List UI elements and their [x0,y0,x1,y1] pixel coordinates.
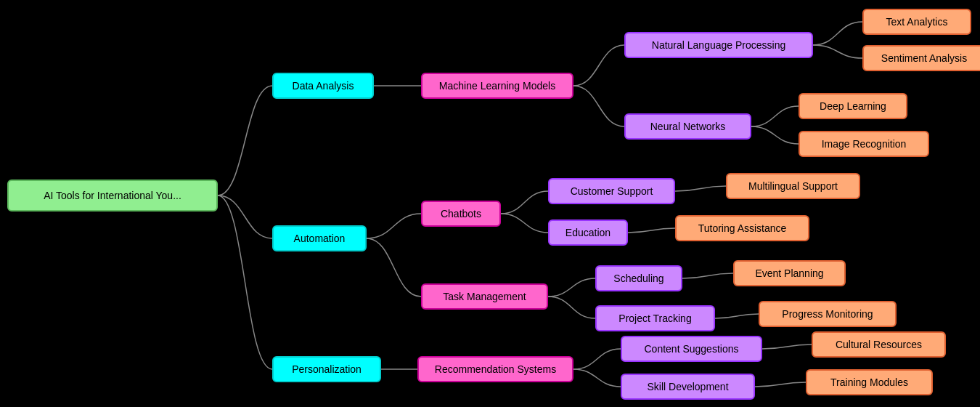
node-customer_support: Customer Support [548,178,675,204]
node-root: AI Tools for International You... [7,180,218,211]
node-training_modules: Training Modules [806,369,933,395]
node-event_planning: Event Planning [733,260,846,286]
node-task_management: Task Management [421,283,548,310]
node-content_suggestions: Content Suggestions [621,336,762,362]
node-scheduling: Scheduling [595,265,682,291]
node-neural: Neural Networks [624,113,751,140]
node-sentiment_analysis: Sentiment Analysis [862,45,980,71]
node-tutoring: Tutoring Assistance [675,215,809,241]
node-cultural_resources: Cultural Resources [812,331,946,358]
node-project_tracking: Project Tracking [595,305,715,331]
node-text_analytics: Text Analytics [862,9,971,35]
node-recommendation: Recommendation Systems [417,356,573,382]
node-progress_monitoring: Progress Monitoring [759,301,897,327]
node-data_analysis: Data Analysis [272,73,374,99]
node-automation: Automation [272,225,367,251]
node-education: Education [548,219,628,246]
node-image_recognition: Image Recognition [799,131,929,157]
node-deep_learning: Deep Learning [799,93,907,119]
node-multilingual: Multilingual Support [726,173,860,199]
node-machine_learning: Machine Learning Models [421,73,573,99]
node-personalization: Personalization [272,356,381,382]
node-chatbots: Chatbots [421,201,501,227]
node-nlp: Natural Language Processing [624,32,813,58]
node-skill_development: Skill Development [621,374,755,400]
